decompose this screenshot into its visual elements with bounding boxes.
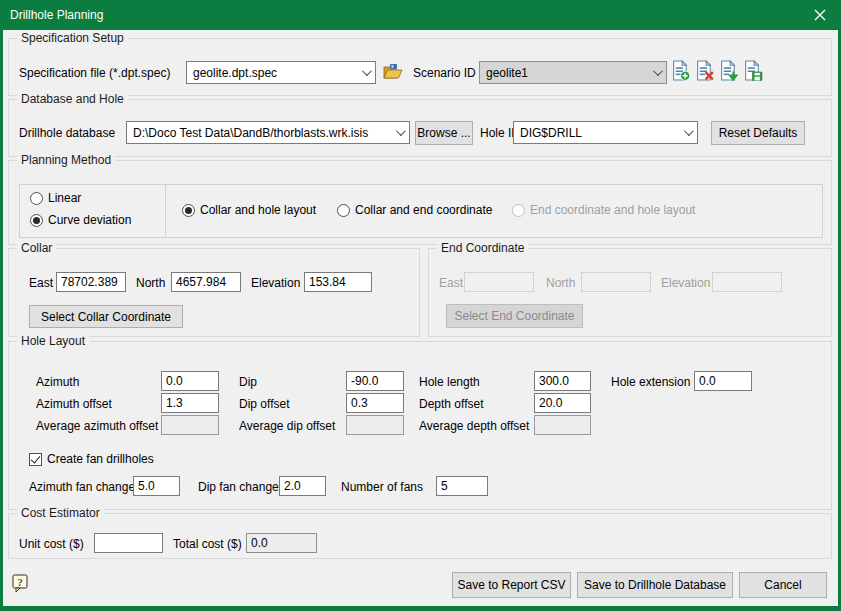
save-to-drillhole-database-button[interactable]: Save to Drillhole Database: [577, 572, 733, 598]
title-bar: Drillhole Planning: [0, 0, 841, 30]
total-cost-input: [246, 533, 317, 553]
close-icon[interactable]: [811, 6, 829, 24]
help-icon[interactable]: ?: [12, 574, 29, 593]
azimuth-offset-input[interactable]: [161, 393, 219, 413]
planning-method-box: Linear Curve deviation Collar and hole l…: [19, 184, 823, 238]
azimuth-input[interactable]: [161, 371, 219, 391]
radio-curve-deviation-label: Curve deviation: [48, 213, 131, 227]
drillhole-database-value: D:\Doco Test Data\DandB/thorblasts.wrk.i…: [133, 126, 368, 140]
radio-collar-and-hole-layout[interactable]: Collar and hole layout: [182, 203, 316, 217]
avg-depth-offset-input: [534, 415, 591, 435]
cancel-button[interactable]: Cancel: [739, 572, 827, 598]
azimuth-fan-change-label: Azimuth fan change: [29, 480, 135, 494]
delete-scenario-icon[interactable]: [695, 60, 715, 80]
chevron-down-icon: [362, 66, 372, 76]
collar-east-input[interactable]: [56, 272, 126, 292]
radio-collar-hole-layout-label: Collar and hole layout: [200, 203, 316, 217]
spec-file-label: Specification file (*.dpt.spec): [19, 66, 170, 80]
azimuth-label: Azimuth: [36, 375, 79, 389]
scenario-id-value: geolite1: [486, 66, 528, 80]
collar-group: Collar East North Elevation Select Colla…: [8, 248, 420, 337]
svg-text:?: ?: [17, 576, 23, 588]
hole-length-label: Hole length: [419, 375, 480, 389]
import-scenario-icon[interactable]: [719, 60, 739, 80]
radio-icon: [30, 192, 43, 205]
spec-file-combobox[interactable]: geolite.dpt.spec: [186, 61, 376, 84]
unit-cost-label: Unit cost ($): [19, 537, 84, 551]
dip-input[interactable]: [346, 371, 404, 391]
dialog-body: Specification Setup Specification file (…: [3, 30, 838, 606]
dip-fan-change-input[interactable]: [279, 476, 326, 496]
database-and-hole-group: Database and Hole Drillhole database D:\…: [8, 99, 832, 157]
dip-label: Dip: [239, 375, 257, 389]
end-coordinate-group: End Coordinate East North Elevation Sele…: [428, 248, 832, 337]
radio-end-coordinate-hole-layout-label: End coordinate and hole layout: [530, 203, 695, 217]
browse-button[interactable]: Browse ...: [415, 121, 473, 145]
window-title: Drillhole Planning: [10, 8, 103, 22]
collar-elevation-label: Elevation: [251, 276, 300, 290]
avg-dip-offset-label: Average dip offset: [239, 419, 335, 433]
section-title-collar: Collar: [17, 241, 56, 255]
avg-dip-offset-input: [346, 415, 404, 435]
azimuth-fan-change-input[interactable]: [133, 476, 180, 496]
hole-id-combobox[interactable]: DIG$DRILL: [513, 121, 698, 144]
hole-length-input[interactable]: [534, 371, 591, 391]
hole-id-value: DIG$DRILL: [520, 126, 582, 140]
avg-azimuth-offset-input: [161, 415, 219, 435]
section-title-hole-layout: Hole Layout: [17, 334, 89, 348]
azimuth-offset-label: Azimuth offset: [36, 397, 112, 411]
radio-selected-icon: [182, 204, 195, 217]
create-fan-drillholes-label: Create fan drillholes: [47, 452, 154, 466]
end-elevation-label: Elevation: [661, 276, 710, 290]
section-title-specification-setup: Specification Setup: [17, 31, 128, 45]
radio-end-coordinate-and-hole-layout: End coordinate and hole layout: [512, 203, 695, 217]
planning-method-group: Planning Method Linear Curve deviation C…: [8, 160, 832, 245]
section-title-planning-method: Planning Method: [17, 153, 115, 167]
new-scenario-icon[interactable]: [671, 60, 691, 80]
open-spec-folder-icon[interactable]: [383, 63, 403, 83]
radio-linear[interactable]: Linear: [30, 191, 81, 205]
dip-fan-change-label: Dip fan change: [198, 480, 279, 494]
radio-curve-deviation[interactable]: Curve deviation: [30, 213, 131, 227]
end-north-label: North: [546, 276, 575, 290]
drillhole-planning-dialog: Drillhole Planning Specification Setup S…: [0, 0, 841, 611]
drillhole-database-label: Drillhole database: [19, 126, 115, 140]
collar-north-input[interactable]: [171, 272, 241, 292]
total-cost-label: Total cost ($): [173, 537, 242, 551]
cost-estimator-group: Cost Estimator Unit cost ($) Total cost …: [8, 513, 832, 559]
radio-collar-and-end-coordinate[interactable]: Collar and end coordinate: [337, 203, 492, 217]
drillhole-database-combobox[interactable]: D:\Doco Test Data\DandB/thorblasts.wrk.i…: [126, 121, 410, 144]
end-elevation-input: [712, 272, 782, 292]
avg-azimuth-offset-label: Average azimuth offset: [36, 419, 158, 433]
hole-extension-label: Hole extension: [611, 375, 690, 389]
radio-collar-end-coordinate-label: Collar and end coordinate: [355, 203, 492, 217]
section-title-database-and-hole: Database and Hole: [17, 92, 128, 106]
radio-linear-label: Linear: [48, 191, 81, 205]
select-collar-coordinate-button[interactable]: Select Collar Coordinate: [29, 305, 183, 328]
collar-north-label: North: [136, 276, 165, 290]
spec-file-value: geolite.dpt.spec: [193, 66, 277, 80]
reset-defaults-button[interactable]: Reset Defaults: [711, 121, 805, 145]
radio-disabled-icon: [512, 204, 525, 217]
scenario-id-label: Scenario ID: [413, 66, 476, 80]
number-of-fans-label: Number of fans: [341, 480, 423, 494]
depth-offset-input[interactable]: [534, 393, 591, 413]
scenario-id-combobox[interactable]: geolite1: [479, 61, 667, 84]
chevron-down-icon: [396, 126, 406, 136]
section-title-end-coordinate: End Coordinate: [437, 241, 528, 255]
end-east-label: East: [439, 276, 463, 290]
number-of-fans-input[interactable]: [436, 476, 488, 496]
avg-depth-offset-label: Average depth offset: [419, 419, 529, 433]
specification-setup-group: Specification Setup Specification file (…: [8, 38, 832, 96]
hole-extension-input[interactable]: [694, 371, 752, 391]
select-end-coordinate-button: Select End Coordinate: [446, 304, 583, 328]
dip-offset-input[interactable]: [346, 393, 404, 413]
save-to-report-csv-button[interactable]: Save to Report CSV: [452, 572, 571, 598]
collar-elevation-input[interactable]: [304, 272, 372, 292]
create-fan-drillholes-checkbox[interactable]: Create fan drillholes: [29, 452, 154, 466]
unit-cost-input[interactable]: [94, 533, 163, 553]
end-north-input: [581, 272, 651, 292]
section-title-cost-estimator: Cost Estimator: [17, 506, 104, 520]
save-scenario-icon[interactable]: [743, 60, 763, 80]
depth-offset-label: Depth offset: [419, 397, 484, 411]
